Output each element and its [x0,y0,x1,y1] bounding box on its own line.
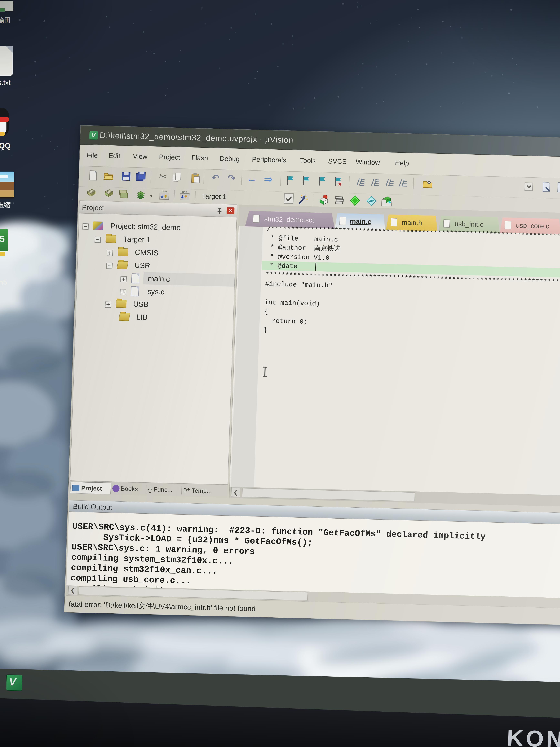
svg-text:LOAD: LOAD [181,190,187,194]
svg-text:LOAD: LOAD [161,190,167,193]
